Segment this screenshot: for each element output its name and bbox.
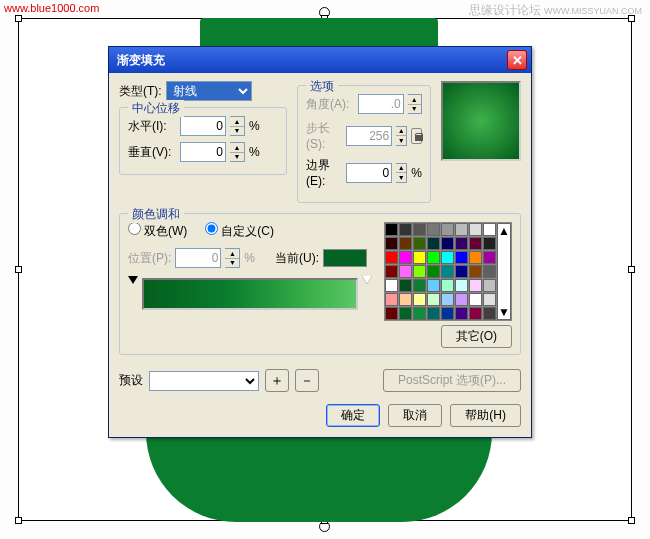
edge-input[interactable] bbox=[346, 163, 392, 183]
palette-swatch[interactable] bbox=[385, 265, 398, 278]
palette-swatch[interactable] bbox=[427, 265, 440, 278]
help-button[interactable]: 帮助(H) bbox=[450, 404, 521, 427]
palette-swatch[interactable] bbox=[455, 265, 468, 278]
titlebar[interactable]: 渐变填充 ✕ bbox=[109, 47, 531, 73]
palette-swatch[interactable] bbox=[385, 293, 398, 306]
palette-swatch[interactable] bbox=[455, 279, 468, 292]
palette-swatch[interactable] bbox=[413, 307, 426, 320]
custom-radio[interactable] bbox=[205, 222, 218, 235]
palette-swatch[interactable] bbox=[413, 279, 426, 292]
palette-swatch[interactable] bbox=[399, 265, 412, 278]
page-bg: www.blue1000.com 思缘设计论坛 WWW.MISSYUAN.COM… bbox=[0, 0, 650, 539]
artwork-bottom bbox=[146, 432, 492, 522]
palette-swatch[interactable] bbox=[441, 265, 454, 278]
palette-swatch[interactable] bbox=[399, 251, 412, 264]
options-group: 选项 角度(A): ▲▼ 步长(S): ▲▼ bbox=[297, 85, 431, 203]
palette-swatch[interactable] bbox=[469, 223, 482, 236]
horizontal-spinner[interactable]: ▲▼ bbox=[230, 116, 245, 136]
other-color-button[interactable]: 其它(O) bbox=[441, 325, 512, 348]
resize-handle[interactable] bbox=[15, 15, 22, 22]
preset-add-button[interactable]: ＋ bbox=[265, 369, 289, 392]
close-button[interactable]: ✕ bbox=[507, 50, 527, 70]
custom-radio-label[interactable]: 自定义(C) bbox=[205, 222, 274, 240]
palette-swatch[interactable] bbox=[399, 237, 412, 250]
palette-swatch[interactable] bbox=[469, 237, 482, 250]
current-color-swatch[interactable] bbox=[323, 249, 367, 267]
palette-swatch[interactable] bbox=[427, 251, 440, 264]
palette-swatch[interactable] bbox=[399, 293, 412, 306]
palette-swatch[interactable] bbox=[441, 279, 454, 292]
palette-swatch[interactable] bbox=[469, 293, 482, 306]
palette-swatch[interactable] bbox=[413, 293, 426, 306]
resize-handle[interactable] bbox=[628, 15, 635, 22]
resize-handle[interactable] bbox=[628, 517, 635, 524]
palette-swatch[interactable] bbox=[399, 223, 412, 236]
palette-swatch[interactable] bbox=[455, 307, 468, 320]
palette-swatch[interactable] bbox=[427, 293, 440, 306]
preset-remove-button[interactable]: － bbox=[295, 369, 319, 392]
color-harmony-group: 颜色调和 双色(W) 自定义(C) 位置(P): ▲▼ % bbox=[119, 213, 521, 355]
palette-swatch[interactable] bbox=[469, 265, 482, 278]
type-select[interactable]: 射线 bbox=[166, 81, 252, 101]
palette-swatch[interactable] bbox=[399, 307, 412, 320]
edge-spinner[interactable]: ▲▼ bbox=[396, 163, 407, 183]
palette-swatch[interactable] bbox=[455, 237, 468, 250]
lock-icon[interactable] bbox=[411, 128, 422, 144]
palette-swatch[interactable] bbox=[483, 223, 496, 236]
palette-swatch[interactable] bbox=[469, 279, 482, 292]
palette-swatch[interactable] bbox=[441, 307, 454, 320]
palette-swatch[interactable] bbox=[385, 251, 398, 264]
vertical-spinner[interactable]: ▲▼ bbox=[230, 142, 245, 162]
palette-swatch[interactable] bbox=[469, 307, 482, 320]
palette-swatch[interactable] bbox=[427, 307, 440, 320]
options-legend: 选项 bbox=[306, 78, 338, 95]
gradient-track[interactable] bbox=[142, 278, 358, 310]
position-input bbox=[175, 248, 221, 268]
palette-swatch[interactable] bbox=[483, 251, 496, 264]
palette-swatch[interactable] bbox=[469, 251, 482, 264]
palette-swatch[interactable] bbox=[441, 237, 454, 250]
position-spinner: ▲▼ bbox=[225, 248, 240, 268]
palette-swatch[interactable] bbox=[413, 223, 426, 236]
palette-swatch[interactable] bbox=[413, 265, 426, 278]
gradient-stop-right[interactable] bbox=[362, 276, 372, 284]
palette-swatch[interactable] bbox=[427, 279, 440, 292]
palette-swatch[interactable] bbox=[413, 251, 426, 264]
vertical-label: 垂直(V): bbox=[128, 144, 176, 161]
palette-scrollbar[interactable]: ▲▼ bbox=[497, 223, 511, 320]
cancel-button[interactable]: 取消 bbox=[388, 404, 442, 427]
palette-swatch[interactable] bbox=[483, 279, 496, 292]
palette-swatch[interactable] bbox=[483, 265, 496, 278]
dialog-title: 渐变填充 bbox=[117, 52, 507, 69]
resize-handle[interactable] bbox=[15, 266, 22, 273]
palette-swatch[interactable] bbox=[385, 279, 398, 292]
palette-swatch[interactable] bbox=[483, 293, 496, 306]
resize-handle[interactable] bbox=[15, 517, 22, 524]
resize-handle[interactable] bbox=[628, 266, 635, 273]
palette-swatch[interactable] bbox=[427, 237, 440, 250]
palette-swatch[interactable] bbox=[441, 251, 454, 264]
palette-swatch[interactable] bbox=[483, 307, 496, 320]
palette-swatch[interactable] bbox=[455, 223, 468, 236]
vertical-input[interactable] bbox=[180, 142, 226, 162]
preset-select[interactable] bbox=[149, 371, 259, 391]
palette-swatch[interactable] bbox=[427, 223, 440, 236]
palette-swatch[interactable] bbox=[483, 237, 496, 250]
palette-swatch[interactable] bbox=[413, 237, 426, 250]
palette-swatch[interactable] bbox=[441, 223, 454, 236]
palette-swatch[interactable] bbox=[399, 279, 412, 292]
twocolor-radio[interactable] bbox=[128, 222, 141, 235]
palette-swatch[interactable] bbox=[385, 223, 398, 236]
palette-swatch[interactable] bbox=[455, 293, 468, 306]
palette-swatch[interactable] bbox=[385, 237, 398, 250]
horizontal-input[interactable] bbox=[180, 116, 226, 136]
palette-swatch[interactable] bbox=[441, 293, 454, 306]
twocolor-radio-label[interactable]: 双色(W) bbox=[128, 222, 187, 240]
unit-percent: % bbox=[244, 251, 255, 265]
angle-spinner: ▲▼ bbox=[408, 94, 422, 114]
palette-swatch[interactable] bbox=[385, 307, 398, 320]
harmony-legend: 颜色调和 bbox=[128, 206, 184, 223]
palette-swatch[interactable] bbox=[455, 251, 468, 264]
ok-button[interactable]: 确定 bbox=[326, 404, 380, 427]
gradient-stop-left[interactable] bbox=[128, 276, 138, 284]
